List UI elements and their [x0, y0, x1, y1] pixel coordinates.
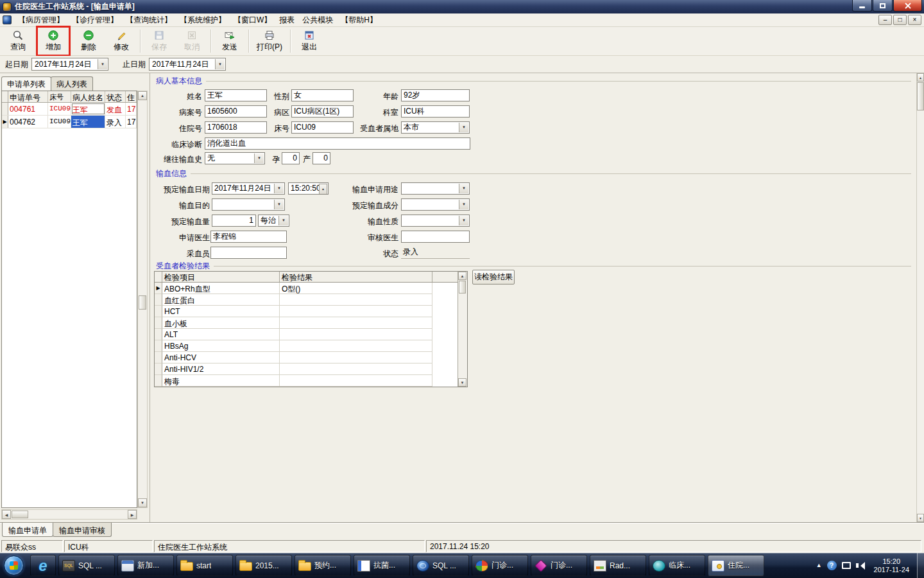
form-vertical-scrollbar[interactable]: ▲ ▼: [916, 73, 924, 522]
amount-field[interactable]: 1: [212, 215, 256, 227]
taskbar-item-sql-2[interactable]: SQL ...: [413, 555, 469, 576]
col-header-clipped[interactable]: 住: [126, 91, 137, 102]
test-item-cell[interactable]: 血小板: [162, 317, 280, 329]
test-result-row[interactable]: Anti-HIV1/2: [155, 363, 467, 375]
start-date-select[interactable]: 2017年11月24日 ▼: [31, 58, 108, 71]
dropdown-arrow-icon[interactable]: ▼: [274, 200, 284, 209]
scrollbar-thumb[interactable]: [139, 295, 146, 310]
nature-select[interactable]: ▼: [401, 215, 470, 227]
exit-button[interactable]: 退出: [295, 28, 323, 54]
test-item-cell[interactable]: ABO+Rh血型: [162, 283, 280, 294]
applying-doctor-field[interactable]: 李程锦: [210, 231, 287, 243]
test-result-cell[interactable]: O型(): [280, 283, 432, 294]
blood-collector-field[interactable]: [210, 247, 287, 259]
col-header-patient-name[interactable]: 病人姓名: [71, 91, 105, 102]
menu-item[interactable]: 公共模块: [298, 13, 337, 27]
test-result-row[interactable]: ▶ ABO+Rh血型 O型(): [155, 283, 467, 294]
scroll-up-icon[interactable]: ▲: [917, 73, 924, 82]
test-result-cell[interactable]: [280, 352, 432, 363]
mdi-restore-button[interactable]: □: [893, 15, 907, 25]
test-item-cell[interactable]: Anti-HCV: [162, 352, 280, 363]
diagnosis-field[interactable]: 消化道出血: [205, 137, 470, 150]
tray-chevron-up-icon[interactable]: ▲: [816, 563, 822, 568]
cancel-button[interactable]: 取消: [178, 28, 206, 54]
dropdown-arrow-icon[interactable]: ▼: [254, 153, 264, 163]
test-result-cell[interactable]: [280, 306, 432, 317]
minimize-button[interactable]: [852, 0, 872, 12]
end-date-select[interactable]: 2017年11月24日 ▼: [149, 58, 226, 71]
test-result-row[interactable]: 血红蛋白: [155, 294, 467, 306]
pregnancy-field[interactable]: 0: [282, 152, 300, 164]
test-item-cell[interactable]: HBsAg: [162, 340, 280, 352]
mdi-close-button[interactable]: ×: [908, 15, 921, 25]
test-result-cell[interactable]: [280, 317, 432, 329]
col-header-bed-no[interactable]: 床号: [48, 91, 71, 102]
left-grid-horizontal-scrollbar[interactable]: ◀ ▶: [1, 509, 137, 520]
tray-volume-icon[interactable]: [856, 562, 865, 570]
test-result-cell[interactable]: [280, 329, 432, 340]
col-header-test-item[interactable]: 检验项目: [162, 272, 280, 282]
tab-patient-list[interactable]: 病人列表: [51, 76, 93, 91]
dropdown-arrow-icon[interactable]: ▼: [459, 200, 468, 209]
application-purpose-select[interactable]: ▼: [401, 182, 470, 195]
tab-application-list[interactable]: 申请单列表: [1, 76, 51, 91]
scroll-down-icon[interactable]: ▼: [458, 378, 466, 387]
test-result-row[interactable]: ALT: [155, 329, 467, 340]
scroll-down-icon[interactable]: ▼: [917, 514, 924, 522]
close-button[interactable]: [893, 0, 922, 12]
menu-item[interactable]: 【诊疗管理】: [68, 13, 122, 27]
scroll-right-icon[interactable]: ▶: [128, 510, 137, 519]
scroll-left-icon[interactable]: ◀: [2, 510, 11, 519]
dropdown-arrow-icon[interactable]: ▼: [459, 123, 468, 132]
mdi-minimize-button[interactable]: –: [878, 15, 892, 25]
amount-unit-select[interactable]: 每治▼: [258, 215, 289, 227]
table-row-selected[interactable]: ▶ 004762 ICU09 王军 录入 17: [2, 116, 137, 128]
test-result-row[interactable]: Anti-HCV: [155, 352, 467, 363]
taskbar-item-menzhen-2[interactable]: 门诊...: [531, 555, 587, 576]
test-result-row[interactable]: 血小板: [155, 317, 467, 329]
taskbar-item-xinjia[interactable]: 新加...: [117, 555, 174, 576]
locale-select[interactable]: 本市▼: [401, 121, 470, 134]
dropdown-arrow-icon[interactable]: ▼: [459, 216, 468, 225]
tray-display-icon[interactable]: [842, 562, 851, 569]
dropdown-arrow-icon[interactable]: ▼: [98, 59, 107, 69]
dropdown-arrow-icon[interactable]: ▼: [215, 59, 225, 69]
scrollbar-thumb[interactable]: [12, 511, 28, 518]
taskbar-item-menzhen-1[interactable]: 门诊...: [472, 555, 528, 576]
component-select[interactable]: ▼: [401, 198, 470, 211]
cell-status[interactable]: 发血: [105, 103, 126, 115]
test-result-cell[interactable]: [280, 294, 432, 306]
menu-item[interactable]: 【帮助H】: [337, 13, 381, 27]
col-header-application-no[interactable]: 申请单号: [8, 91, 48, 102]
cell-bed-no[interactable]: ICU09: [48, 116, 71, 128]
modify-button[interactable]: 修改: [107, 28, 135, 54]
menu-item[interactable]: 报表: [275, 13, 298, 27]
table-row[interactable]: 004761 ICU09 王军 发血 17: [2, 103, 137, 116]
review-doctor-field[interactable]: [401, 231, 470, 243]
test-result-cell[interactable]: [280, 375, 432, 387]
dept-field[interactable]: ICU科: [401, 105, 470, 118]
dropdown-arrow-icon[interactable]: ▼: [459, 184, 468, 193]
menu-item[interactable]: 【窗口W】: [230, 13, 275, 27]
taskbar-item-2015-folder[interactable]: 2015...: [235, 555, 292, 576]
test-item-cell[interactable]: Anti-HIV1/2: [162, 363, 280, 375]
read-test-results-button[interactable]: 读检验结果: [472, 270, 515, 285]
dropdown-arrow-icon[interactable]: ▼: [274, 184, 284, 193]
taskbar-item-zhuyuan-active[interactable]: 住院...: [708, 555, 764, 576]
transfusion-history-select[interactable]: 无▼: [205, 152, 265, 164]
show-desktop-button[interactable]: [917, 553, 924, 578]
tray-help-icon[interactable]: ?: [827, 561, 837, 570]
taskbar-item-start-folder[interactable]: start: [176, 555, 233, 576]
cell-application-no[interactable]: 004761: [8, 103, 48, 115]
test-result-row[interactable]: 梅毒: [155, 375, 467, 387]
left-grid-vertical-scrollbar[interactable]: ▲ ▼: [137, 91, 148, 508]
taskbar-item-sql-1[interactable]: SQL ...: [58, 555, 115, 576]
taskbar-item-linchuang[interactable]: 临床...: [649, 555, 705, 576]
send-button[interactable]: 发送: [216, 28, 244, 54]
cell-patient-name-selected[interactable]: 王军: [71, 116, 105, 128]
cell-application-no[interactable]: 004762: [8, 116, 48, 128]
scrollbar-thumb[interactable]: [459, 281, 466, 293]
transfusion-date-select[interactable]: 2017年11月24日▼: [212, 182, 285, 195]
taskbar-item-kangjun[interactable]: 抗菌...: [354, 555, 410, 576]
query-button[interactable]: 查询: [4, 28, 32, 54]
